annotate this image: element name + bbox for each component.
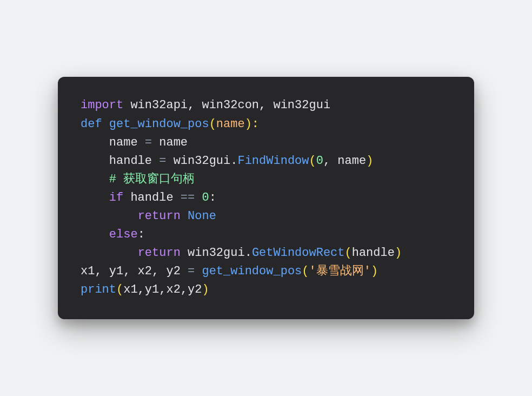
indent: [81, 136, 109, 149]
number-literal: 0: [316, 154, 323, 168]
var-name: name: [152, 136, 188, 149]
keyword-def: def: [81, 117, 102, 131]
builtin-print: print: [81, 283, 116, 296]
colon: :: [138, 228, 145, 241]
module-list: win32api, win32con, win32gui: [123, 98, 330, 112]
number-literal: 0: [202, 191, 209, 204]
operator-eq: =: [145, 136, 152, 149]
dot: .: [230, 154, 237, 168]
paren: ): [371, 265, 378, 278]
paren: (: [209, 117, 216, 131]
tuple-assign: x1, y1, x2, y2: [81, 265, 188, 278]
indent: [81, 173, 109, 186]
operator-eqeq: ==: [181, 191, 195, 204]
paren: (: [309, 154, 316, 168]
keyword-import: import: [81, 98, 123, 112]
module-name: win32gui: [166, 154, 230, 168]
paren: (: [302, 265, 309, 278]
operator-eq: =: [188, 265, 195, 278]
operator-eq: =: [159, 154, 166, 168]
paren-colon: ):: [245, 117, 259, 131]
code-content: import win32api, win32con, win32gui def …: [81, 96, 451, 299]
function-call: get_window_pos: [195, 265, 302, 278]
indent: [81, 246, 138, 260]
arg-name: handle: [352, 246, 395, 260]
paren: ): [202, 283, 209, 296]
space: [195, 191, 202, 204]
keyword-return: return: [138, 246, 181, 260]
paren: ): [366, 154, 373, 168]
function-name: get_window_pos: [102, 117, 209, 131]
method-name: FindWindow: [237, 154, 309, 168]
module-name: win32gui: [181, 246, 245, 260]
string-literal: '暴雪战网': [309, 265, 371, 278]
paren: ): [395, 246, 402, 260]
comment: # 获取窗口句柄: [109, 173, 195, 186]
colon: :: [209, 191, 216, 204]
indent: [81, 228, 109, 241]
indent: [81, 154, 109, 168]
indent: [81, 191, 109, 204]
param-name: name: [216, 117, 245, 131]
keyword-else: else: [109, 228, 138, 241]
code-block: import win32api, win32con, win32gui def …: [58, 77, 474, 319]
var-name: handle: [109, 154, 159, 168]
condition-var: handle: [123, 191, 181, 204]
paren: (: [116, 283, 123, 296]
paren: (: [345, 246, 352, 260]
keyword-return: return: [138, 209, 181, 223]
indent: [81, 209, 138, 223]
arg-list: x1,y1,x2,y2: [123, 283, 202, 296]
keyword-if: if: [109, 191, 123, 204]
method-name: GetWindowRect: [252, 246, 345, 260]
arg-name: name: [337, 154, 366, 168]
dot: .: [245, 246, 252, 260]
var-name: name: [109, 136, 145, 149]
comma: ,: [323, 154, 337, 168]
keyword-none: None: [188, 209, 216, 223]
space: [181, 209, 188, 223]
